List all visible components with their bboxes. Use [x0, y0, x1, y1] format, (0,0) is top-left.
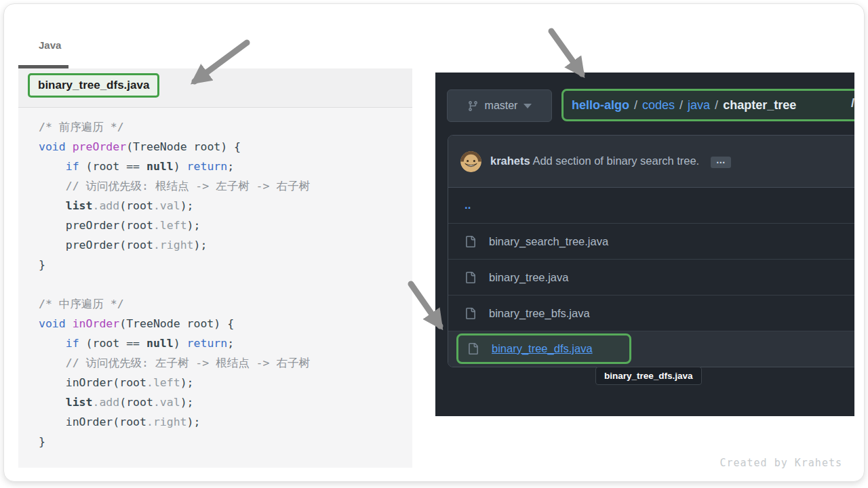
arrow-to-breadcrumb	[551, 31, 582, 74]
code-line: // 访问优先级: 左子树 -> 根结点 -> 右子树	[39, 353, 310, 373]
credit-text: Created by Krahets	[719, 457, 842, 469]
code-line: void inOrder(TreeNode root) {	[39, 314, 310, 333]
code-line: // 访问优先级: 根结点 -> 左子树 -> 右子树	[39, 176, 310, 196]
file-icon	[465, 236, 476, 247]
github-panel: master hello-algo/codes/java/chapter_tre…	[435, 73, 854, 416]
commit-author-link[interactable]: krahets	[490, 155, 530, 167]
code-line: list.add(root.val);	[39, 196, 310, 216]
breadcrumb-segment-chapter_tree: chapter_tree	[723, 98, 796, 112]
code-line: preOrder(root.right);	[39, 235, 310, 255]
latest-commit-bar: krahets Add section of binary search tre…	[448, 136, 854, 188]
breadcrumb: hello-algo/codes/java/chapter_tree	[572, 98, 796, 113]
file-row[interactable]: binary_tree_bfs.java	[448, 295, 854, 331]
code-line: inOrder(root.left);	[39, 373, 310, 392]
branch-selector-button[interactable]: master	[447, 89, 552, 122]
filename-highlight-box: binary_tree_dfs.java	[28, 73, 159, 98]
code-line: /* 前序遍历 */	[39, 117, 310, 137]
file-browser-box: krahets Add section of binary search tre…	[448, 135, 854, 367]
file-link[interactable]: binary_search_tree.java	[489, 235, 608, 248]
code-line	[39, 274, 310, 294]
file-link[interactable]: binary_tree.java	[489, 271, 568, 284]
breadcrumb-segment-hello-algo[interactable]: hello-algo	[572, 98, 629, 112]
branch-name: master	[485, 100, 518, 112]
code-line: }	[39, 432, 310, 451]
file-icon	[465, 308, 476, 319]
code-line: /* 中序遍历 */	[39, 294, 310, 314]
file-row[interactable]: binary_search_tree.java	[448, 223, 854, 259]
file-link[interactable]: binary_tree_dfs.java	[492, 342, 593, 355]
filename-tooltip: binary_tree_dfs.java	[595, 367, 702, 385]
file-row[interactable]: binary_tree_dfs.java	[448, 331, 854, 367]
file-icon	[467, 343, 479, 354]
git-branch-icon	[467, 100, 479, 112]
file-icon	[465, 272, 476, 283]
breadcrumb-segment-java[interactable]: java	[688, 98, 710, 112]
breadcrumb-trailing-slash: /	[851, 96, 854, 110]
parent-directory-row[interactable]: ..	[448, 188, 854, 223]
chevron-down-icon	[524, 104, 532, 108]
main-card: Java binary_tree_dfs.java /* 前序遍历 */void…	[3, 3, 865, 482]
code-line: preOrder(root.left);	[39, 216, 310, 235]
parent-directory-link[interactable]: ..	[465, 199, 471, 212]
breadcrumb-separator: /	[634, 98, 637, 112]
breadcrumb-segment-codes[interactable]: codes	[642, 98, 675, 112]
tab-java[interactable]: Java	[39, 39, 61, 51]
commit-more-button[interactable]: …	[711, 157, 731, 168]
code-line: inOrder(root.right);	[39, 412, 310, 432]
code-line: }	[39, 255, 310, 274]
breadcrumb-highlight-box: hello-algo/codes/java/chapter_tree	[561, 89, 854, 121]
code-line: if (root == null) return;	[39, 333, 310, 353]
code-panel: binary_tree_dfs.java /* 前序遍历 */void preO…	[18, 68, 412, 468]
breadcrumb-separator: /	[715, 98, 718, 112]
code-filename-header: binary_tree_dfs.java	[18, 68, 412, 108]
avatar[interactable]	[460, 151, 481, 172]
file-highlight-box: binary_tree_dfs.java	[456, 333, 631, 364]
code-block: /* 前序遍历 */void preOrder(TreeNode root) {…	[39, 117, 310, 451]
file-list: .. binary_search_tree.javabinary_tree.ja…	[448, 188, 854, 367]
breadcrumb-separator: /	[679, 98, 683, 112]
commit-summary: krahets Add section of binary search tre…	[490, 155, 731, 168]
code-line: if (root == null) return;	[39, 157, 310, 176]
code-line: void preOrder(TreeNode root) {	[39, 137, 310, 157]
code-line: list.add(root.val);	[39, 392, 310, 412]
commit-message[interactable]: Add section of binary search tree.	[532, 155, 699, 167]
file-link[interactable]: binary_tree_bfs.java	[489, 307, 590, 320]
file-row[interactable]: binary_tree.java	[448, 259, 854, 295]
